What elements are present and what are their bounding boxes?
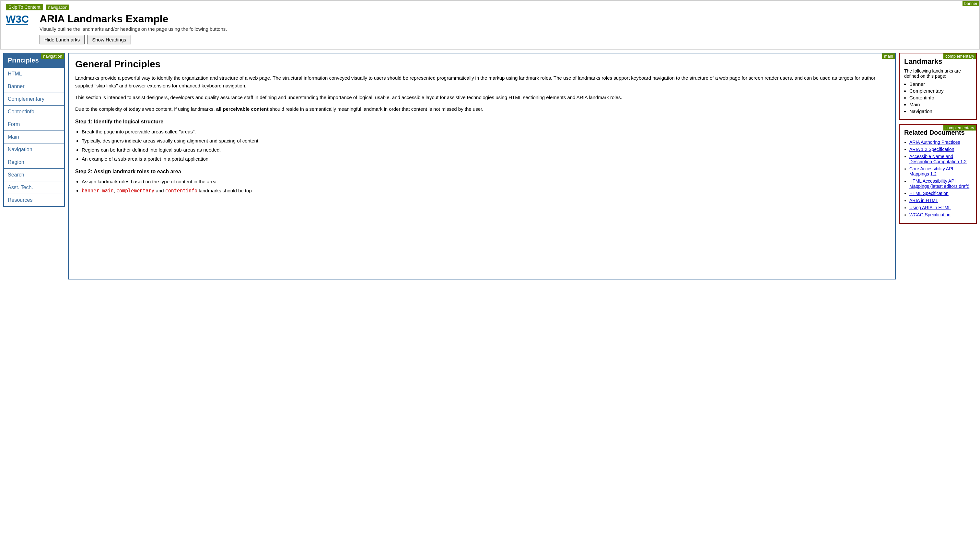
list-item: Main [909, 102, 972, 107]
list-item: HTML Accessibility API Mappings (latest … [909, 178, 972, 189]
list-item: An example of a sub-area is a portlet in… [82, 155, 889, 163]
related-link-3[interactable]: Core Accessibility API Mappings 1.2 [909, 166, 953, 176]
sidebar-item-navigation[interactable]: Navigation [4, 143, 64, 156]
show-headings-button[interactable]: Show Headings [87, 35, 131, 44]
main-label: main [882, 54, 895, 59]
list-item: Banner [909, 81, 972, 87]
sidebar-item-region[interactable]: Region [4, 156, 64, 168]
list-item: Break the page into perceivable areas ca… [82, 128, 889, 136]
list-item: Typically, designers indicate areas visu… [82, 137, 889, 145]
sidebar-item-banner[interactable]: Banner [4, 80, 64, 93]
main-para-2: This section is intended to assist desig… [75, 94, 889, 101]
related-link-2[interactable]: Accessible Name and Description Computat… [909, 154, 967, 164]
list-item: Using ARIA in HTML [909, 205, 972, 210]
hide-landmarks-button[interactable]: Hide Landmarks [39, 35, 85, 44]
skip-to-content-button[interactable]: Skip To Content [6, 4, 43, 10]
code-banner: banner [82, 188, 99, 194]
w3c-logo: W3C [6, 13, 29, 26]
main-heading: General Principles [75, 59, 889, 70]
list-item: ARIA in HTML [909, 198, 972, 203]
step2-list: Assign landmark roles based on the type … [82, 178, 889, 195]
related-link-5[interactable]: HTML Specification [909, 191, 949, 196]
list-item: ARIA 1.2 Specification [909, 147, 972, 152]
svg-text:W3C: W3C [6, 13, 29, 25]
sidebar-nav: navigation Principles HTML Banner Comple… [3, 53, 65, 207]
related-panel-label: complementary [943, 125, 976, 130]
landmarks-panel-subtext: The following landmarks are defined on t… [904, 68, 972, 79]
related-link-0[interactable]: ARIA Authoring Practices [909, 140, 960, 145]
banner-label: banner [962, 1, 979, 6]
step1-list: Break the page into perceivable areas ca… [82, 128, 889, 163]
related-link-4[interactable]: HTML Accessibility API Mappings (latest … [909, 178, 969, 189]
nav-label-sidebar: navigation [41, 54, 64, 59]
list-item: Navigation [909, 109, 972, 114]
nav-label-header: navigation [46, 5, 69, 10]
sidebar-item-asst-tech[interactable]: Asst. Tech. [4, 181, 64, 194]
step2-heading: Step 2: Assign landmark roles to each ar… [75, 169, 889, 174]
landmarks-list: Banner Complementary Contentinfo Main Na… [909, 81, 972, 114]
landmarks-panel: complementary Landmarks The following la… [899, 53, 977, 120]
list-item: Accessible Name and Description Computat… [909, 154, 972, 164]
right-panels: complementary Landmarks The following la… [899, 53, 977, 224]
page-title: ARIA Landmarks Example [39, 13, 227, 25]
banner-region: Skip To Content navigation banner W3C AR… [0, 0, 980, 50]
main-para-1: Landmarks provide a powerful way to iden… [75, 74, 889, 90]
sidebar-item-resources[interactable]: Resources [4, 194, 64, 206]
list-item: Complementary [909, 88, 972, 94]
sidebar-item-form[interactable]: Form [4, 118, 64, 130]
sidebar-item-contentinfo[interactable]: Contentinfo [4, 105, 64, 118]
related-link-7[interactable]: Using ARIA in HTML [909, 205, 951, 210]
main-para-3: Due to the complexity of today's web con… [75, 105, 889, 113]
list-item: HTML Specification [909, 191, 972, 196]
list-item: WCAG Specification [909, 212, 972, 217]
list-item: Core Accessibility API Mappings 1.2 [909, 166, 972, 176]
page-layout: navigation Principles HTML Banner Comple… [0, 50, 980, 280]
related-link-8[interactable]: WCAG Specification [909, 212, 951, 217]
list-item: Contentinfo [909, 95, 972, 100]
page-subtitle: Visually outline the landmarks and/or he… [39, 26, 227, 32]
main-content: main General Principles Landmarks provid… [68, 53, 896, 280]
list-item: ARIA Authoring Practices [909, 140, 972, 145]
step1-heading: Step 1: Identify the logical structure [75, 119, 889, 125]
sidebar-item-search[interactable]: Search [4, 168, 64, 181]
list-item: Regions can be further defined into logi… [82, 146, 889, 154]
related-link-1[interactable]: ARIA 1.2 Specification [909, 147, 954, 152]
sidebar-item-html[interactable]: HTML [4, 67, 64, 80]
related-links-list: ARIA Authoring Practices ARIA 1.2 Specif… [909, 140, 972, 217]
landmarks-panel-label: complementary [943, 54, 976, 59]
list-item: banner, main, complementary and contenti… [82, 187, 889, 195]
code-main: main [102, 188, 114, 194]
sidebar-item-complementary[interactable]: Complementary [4, 93, 64, 105]
sidebar-item-main[interactable]: Main [4, 130, 64, 143]
list-item: Assign landmark roles based on the type … [82, 178, 889, 186]
code-contentinfo: contentinfo [165, 188, 198, 194]
related-panel: complementary Related Documents ARIA Aut… [899, 124, 977, 224]
code-complementary: complementary [116, 188, 154, 194]
related-link-6[interactable]: ARIA in HTML [909, 198, 938, 203]
